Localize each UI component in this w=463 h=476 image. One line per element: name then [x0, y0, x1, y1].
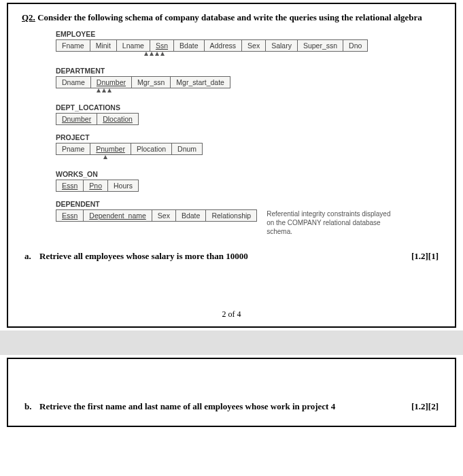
relation-name: EMPLOYEE — [56, 30, 441, 38]
attribute-cell: Plocation — [131, 143, 172, 154]
relation-name: DEPT_LOCATIONS — [56, 103, 441, 112]
attribute-cell: Address — [205, 40, 243, 51]
relation-works_on: WORKS_ONEssnPnoHours — [56, 170, 441, 192]
attribute-row: DnameDnumberMgr_ssnMgr_start_date — [56, 76, 230, 88]
attribute-cell: Pname — [56, 143, 90, 154]
attribute-cell: Super_ssn — [298, 40, 343, 51]
subq-a-text: Retrieve all employees whose salary is m… — [39, 251, 248, 262]
subq-a-marks: [1.2][1] — [411, 251, 439, 262]
page-gap — [0, 330, 463, 355]
attribute-cell: Dname — [56, 77, 91, 88]
relation-employee: EMPLOYEEFnameMinitLnameSsnBdateAddressSe… — [56, 30, 441, 58]
arrow-up-icon — [150, 52, 154, 56]
question-number: Q2. — [22, 12, 35, 22]
fk-arrows — [56, 88, 441, 95]
attribute-cell: Dlocation — [97, 114, 138, 124]
relation-name: DEPENDENT — [56, 200, 441, 208]
relation-dependent: DEPENDENTEssnDependent_nameSexBdateRelat… — [56, 200, 441, 236]
relation-department: DEPARTMENTDnameDnumberMgr_ssnMgr_start_d… — [56, 67, 441, 95]
subquestion-b: b. Retrieve the first name and last name… — [22, 401, 441, 412]
arrow-up-icon — [102, 88, 106, 92]
relation-project: PROJECTPnamePnumberPlocationDnum — [56, 133, 441, 162]
attribute-cell: Lname — [117, 40, 150, 51]
attribute-cell: Mgr_ssn — [132, 77, 171, 88]
arrow-up-icon — [103, 155, 107, 159]
question-text: Consider the following schema of company… — [37, 12, 422, 22]
attribute-cell: Mgr_start_date — [171, 77, 230, 88]
attribute-cell: Bdate — [174, 40, 204, 51]
page-number: 2 of 4 — [22, 309, 441, 320]
attribute-row: EssnPnoHours — [56, 180, 139, 192]
arrow-up-icon — [107, 88, 112, 92]
arrow-up-icon — [160, 52, 165, 56]
schema-diagram: EMPLOYEEFnameMinitLnameSsnBdateAddressSe… — [22, 30, 441, 236]
attribute-cell: Hours — [108, 180, 138, 191]
relation-dept_locations: DEPT_LOCATIONSDnumberDlocation — [56, 103, 441, 125]
relation-name: PROJECT — [56, 133, 441, 141]
subq-b-letter: b. — [24, 401, 34, 412]
relation-name: DEPARTMENT — [56, 67, 441, 75]
fk-arrows — [56, 155, 441, 162]
relation-name: WORKS_ON — [56, 170, 441, 178]
attribute-cell: Dnumber — [56, 114, 97, 124]
attribute-cell: Dno — [343, 40, 367, 51]
attribute-cell: Essn — [56, 180, 84, 191]
attribute-cell: Dnum — [172, 143, 202, 154]
attribute-row: DnumberDlocation — [56, 113, 139, 125]
attribute-cell: Dnumber — [91, 77, 132, 88]
subq-a-letter: a. — [24, 251, 34, 262]
attribute-cell: Essn — [56, 210, 84, 221]
subq-b-text: Retrieve the first name and last name of… — [39, 401, 335, 412]
attribute-cell: Fname — [56, 40, 90, 51]
arrow-up-icon — [97, 88, 101, 92]
dependent-row: EssnDependent_nameSexBdateRelationshipRe… — [56, 209, 441, 236]
fk-arrows — [56, 52, 441, 58]
question-title: Q2. Consider the following schema of com… — [22, 12, 441, 23]
arrow-up-icon — [155, 52, 159, 56]
attribute-cell: Minit — [90, 40, 117, 51]
attribute-row: FnameMinitLnameSsnBdateAddressSexSalaryS… — [56, 39, 368, 52]
attribute-cell: Dependent_name — [84, 210, 152, 221]
attribute-cell: Pnumber — [90, 143, 131, 154]
arrow-up-icon — [144, 52, 148, 56]
subquestion-a: a. Retrieve all employees whose salary i… — [22, 251, 441, 262]
attribute-cell: Sex — [242, 40, 266, 51]
page-1: Q2. Consider the following schema of com… — [7, 3, 456, 328]
attribute-row: EssnDependent_nameSexBdateRelationship — [56, 209, 257, 222]
attribute-cell: Salary — [266, 40, 298, 51]
attribute-cell: Sex — [152, 210, 176, 221]
subq-b-marks: [1.2][2] — [411, 401, 439, 412]
attribute-cell: Pno — [84, 180, 108, 191]
attribute-row: PnamePnumberPlocationDnum — [56, 143, 203, 155]
attribute-cell: Relationship — [206, 210, 256, 221]
attribute-cell: Bdate — [176, 210, 206, 221]
page-2: b. Retrieve the first name and last name… — [7, 358, 456, 427]
attribute-cell: Ssn — [150, 40, 174, 51]
referential-integrity-note: Referential integrity constraints displa… — [267, 209, 396, 236]
